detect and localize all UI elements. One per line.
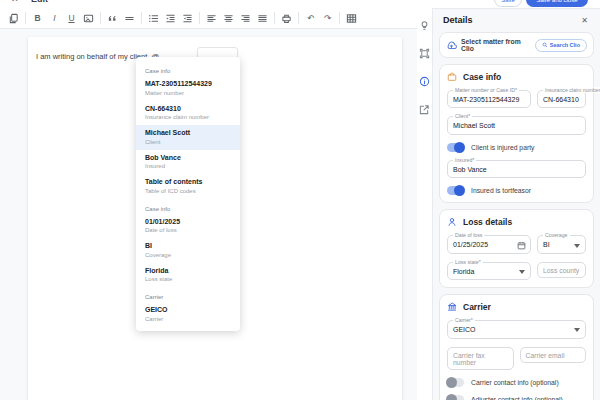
chevron-down-icon <box>519 270 525 274</box>
details-title: Details <box>443 15 473 25</box>
export-icon[interactable] <box>419 103 431 115</box>
calendar-icon[interactable] <box>517 236 526 254</box>
mention-dropdown: Case info MAT-2305112544329 Matter numbe… <box>136 57 240 331</box>
carrier-select[interactable]: Carrier* GEICO <box>447 320 586 338</box>
chevron-down-icon <box>574 244 580 248</box>
menu-section-header: Case info <box>136 61 240 76</box>
client-injured-toggle-row: Client is injured party <box>447 143 586 152</box>
menu-item-loss-state[interactable]: Florida Loss state <box>136 263 240 288</box>
details-header: Details ✕ <box>433 9 600 28</box>
menu-item-date-of-loss[interactable]: 01/01/2025 Date of loss <box>136 214 240 239</box>
align-right-icon[interactable] <box>238 11 253 26</box>
select-matter-card: Select matter from Clio Search Clio <box>439 32 594 58</box>
horizontal-rule-icon[interactable] <box>122 11 137 26</box>
search-icon <box>542 42 548 48</box>
person-icon <box>447 217 457 227</box>
image-icon[interactable] <box>81 11 96 26</box>
insured-tortfeasor-toggle[interactable] <box>447 186 464 195</box>
coverage-select[interactable]: Coverage BI <box>537 235 586 253</box>
close-icon[interactable]: ✕ <box>11 0 19 4</box>
carrier-title: Carrier <box>447 302 586 312</box>
case-info-title: Case info <box>447 72 586 82</box>
menu-item-insured[interactable]: Bob Vance Insured <box>136 150 240 175</box>
table-icon[interactable] <box>344 11 359 26</box>
save-and-close-button[interactable]: Save and close <box>526 0 588 7</box>
loss-details-card: Loss details Date of loss 01/25/2025 Cov… <box>439 209 594 288</box>
adjuster-contact-toggle[interactable] <box>447 395 464 400</box>
side-toolbar <box>417 8 432 400</box>
app-window: ✕ Edit Save Save and close B I U <box>0 0 600 400</box>
select-matter-label: Select matter from Clio <box>461 38 531 52</box>
menu-item-matter-number[interactable]: MAT-2305112544329 Matter number <box>136 76 240 101</box>
details-panel: Details ✕ Select matter from Clio Search… <box>432 8 600 400</box>
outdent-icon[interactable] <box>180 11 195 26</box>
search-clio-button[interactable]: Search Clio <box>535 39 587 52</box>
insurance-claim-number-field[interactable]: Insurance claim number CN-664310 <box>537 90 586 108</box>
close-icon[interactable]: ✕ <box>579 16 590 25</box>
loss-details-title: Loss details <box>447 217 586 227</box>
loss-county-field[interactable]: Loss county <box>537 262 586 278</box>
menu-section-header: Case info <box>136 199 240 214</box>
chevron-down-icon <box>574 328 580 332</box>
undo-icon[interactable]: ↶ <box>303 11 318 26</box>
menu-item-table-of-contents[interactable]: Table of contents Table of ICD codes <box>136 174 240 199</box>
copy-icon[interactable] <box>6 11 21 26</box>
toolbar-separator <box>298 12 299 24</box>
matter-number-field[interactable]: Matter number or Case ID* MAT-2305112544… <box>447 90 531 108</box>
carrier-contact-toggle-row: Carrier contact info (optional) <box>447 378 586 387</box>
numbered-list-icon[interactable] <box>146 11 161 26</box>
lightbulb-icon[interactable] <box>419 19 431 31</box>
align-justify-icon[interactable] <box>255 11 270 26</box>
page-title: Edit <box>31 0 48 4</box>
toolbar-separator <box>25 12 26 24</box>
save-button[interactable]: Save <box>494 0 522 7</box>
menu-item-client[interactable]: Michael Scott Client <box>136 125 240 150</box>
toolbar-separator <box>274 12 275 24</box>
client-field[interactable]: Client* Michael Scott <box>447 116 586 134</box>
bank-icon <box>447 302 457 312</box>
client-injured-toggle[interactable] <box>447 143 464 152</box>
bold-icon[interactable]: B <box>30 11 45 26</box>
carrier-fax-field[interactable]: Carrier fax number <box>447 347 514 370</box>
indent-icon[interactable] <box>163 11 178 26</box>
editor-canvas: I am writing on behalf of my client, @ C… <box>0 29 417 400</box>
align-left-icon[interactable] <box>204 11 219 26</box>
toolbar-separator <box>339 12 340 24</box>
insured-field[interactable]: Insured* Bob Vance <box>447 160 586 178</box>
align-center-icon[interactable] <box>221 11 236 26</box>
underline-icon[interactable]: U <box>64 11 79 26</box>
redo-icon[interactable]: ↷ <box>320 11 335 26</box>
insured-tortfeasor-toggle-row: Insured is tortfeasor <box>447 186 586 195</box>
menu-item-coverage[interactable]: BI Coverage <box>136 238 240 263</box>
adjuster-contact-toggle-row: Adjuster contact info (optional) <box>447 395 586 400</box>
italic-icon[interactable]: I <box>47 11 62 26</box>
toolbar-separator <box>199 12 200 24</box>
frame-icon[interactable] <box>419 47 431 59</box>
toolbar-separator <box>141 12 142 24</box>
carrier-card: Carrier Carrier* GEICO Carrier fax numbe… <box>439 294 594 400</box>
editor-column: B I U <box>0 8 417 400</box>
blockquote-icon[interactable] <box>105 11 120 26</box>
date-of-loss-field[interactable]: Date of loss 01/25/2025 <box>447 235 531 253</box>
loss-state-select[interactable]: Loss state* Florida <box>447 262 531 280</box>
info-icon[interactable] <box>419 75 431 87</box>
print-icon[interactable] <box>279 11 294 26</box>
carrier-email-field[interactable]: Carrier email <box>520 347 587 363</box>
menu-item-claim-number[interactable]: CN-664310 Insurance claim number <box>136 101 240 126</box>
menu-section-header: Carrier <box>136 287 240 302</box>
cloud-upload-icon <box>446 40 457 51</box>
briefcase-icon <box>447 72 457 82</box>
menu-item-carrier[interactable]: GEICO Carrier <box>136 302 240 327</box>
titlebar: ✕ Edit Save Save and close <box>0 0 600 8</box>
editor-toolbar: B I U <box>0 8 417 29</box>
carrier-contact-toggle[interactable] <box>447 378 464 387</box>
toolbar-separator <box>100 12 101 24</box>
case-info-card: Case info Matter number or Case ID* MAT-… <box>439 64 594 203</box>
main-row: B I U <box>0 8 600 400</box>
